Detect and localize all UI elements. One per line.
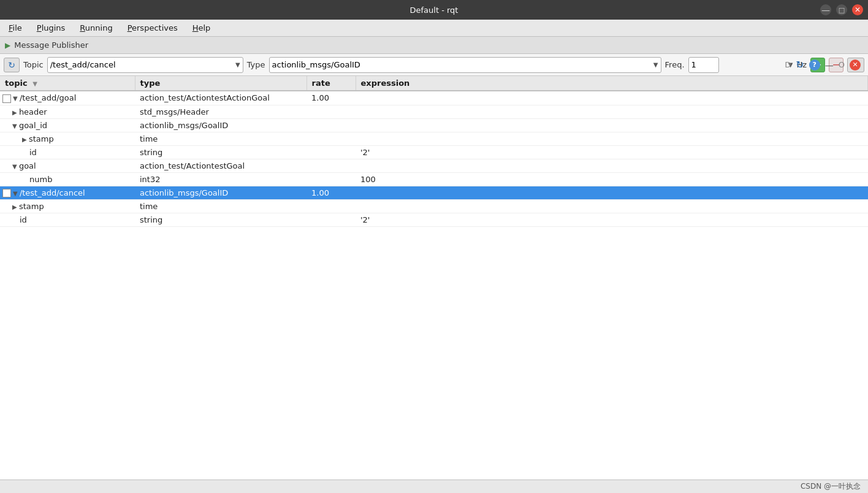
status-text: CSDN @一叶执念 — [801, 481, 861, 492]
table-row[interactable]: ▼ /test_add/cancelactionlib_msgs/GoalID1… — [0, 186, 868, 200]
topic-dropdown[interactable]: /test_add/cancel ▼ — [47, 57, 243, 73]
help-icon[interactable]: ? — [809, 59, 820, 71]
freq-input[interactable]: 1 — [688, 57, 719, 73]
freq-label: Freq. — [665, 60, 685, 69]
plugin-bar: ▶ Message Publisher — [0, 37, 868, 54]
cell-topic: ▼ /test_add/cancel — [0, 186, 135, 200]
cell-type: time — [135, 132, 306, 145]
cell-expression[interactable]: 100 — [356, 172, 868, 186]
menu-help[interactable]: Help — [186, 21, 217, 34]
table-row[interactable]: ▶ stamptime — [0, 132, 868, 145]
cell-rate: 1.00 — [306, 91, 356, 105]
menu-file[interactable]: File — [2, 21, 28, 34]
cell-expression[interactable] — [356, 118, 868, 132]
cell-expression[interactable]: '2' — [356, 213, 868, 227]
expand-arrow[interactable]: ▼ — [12, 123, 19, 129]
cell-rate: 1.00 — [306, 186, 356, 200]
col-type[interactable]: type — [135, 76, 306, 91]
cell-topic: ▼ goal — [0, 159, 135, 172]
table-row[interactable]: ▶ stamptime — [0, 200, 868, 213]
refresh-button[interactable]: ↻ — [4, 58, 20, 72]
cell-expression[interactable] — [356, 186, 868, 200]
window-title: Default - rqt — [410, 6, 459, 15]
cell-topic: numb — [0, 172, 135, 186]
cell-expression[interactable] — [356, 200, 868, 213]
table-body: ▼ /test_add/goalaction_test/ActiontestAc… — [0, 91, 868, 227]
expand-arrow[interactable]: ▶ — [12, 109, 19, 116]
expand-arrow[interactable]: ▶ — [12, 204, 19, 210]
window-controls: — □ ✕ — [820, 4, 863, 15]
expand-arrow[interactable]: ▼ — [13, 95, 20, 102]
cell-topic: ▶ stamp — [0, 200, 135, 213]
table-row[interactable]: ▼ /test_add/goalaction_test/ActiontestAc… — [0, 91, 868, 105]
cell-type: string — [135, 145, 306, 159]
type-value: actionlib_msgs/GoalID — [272, 60, 360, 69]
cell-type: time — [135, 200, 306, 213]
menubar: File Plugins Running Perspectives Help — [0, 20, 868, 37]
cell-expression[interactable] — [356, 91, 868, 105]
row-checkbox[interactable] — [2, 94, 11, 103]
topics-table: topic ▼ type rate expression ▼ /test_ — [0, 76, 868, 227]
cell-type: actionlib_msgs/GoalID — [135, 186, 306, 200]
table-row[interactable]: numbint32100 — [0, 172, 868, 186]
close-red-icon[interactable]: ✕ — [850, 59, 861, 71]
cell-type: actionlib_msgs/GoalID — [135, 118, 306, 132]
o-icon[interactable]: O — [839, 60, 845, 69]
cell-rate — [306, 132, 356, 145]
cell-type: action_test/ActiontestGoal — [135, 159, 306, 172]
cell-topic: ▼ /test_add/goal — [0, 91, 135, 105]
topic-name: stamp — [19, 202, 44, 211]
col-rate[interactable]: rate — [306, 76, 356, 91]
col-topic[interactable]: topic ▼ — [0, 76, 135, 91]
table-row[interactable]: ▼ goal_idactionlib_msgs/GoalID — [0, 118, 868, 132]
cell-expression[interactable] — [356, 159, 868, 172]
menu-perspectives[interactable]: Perspectives — [121, 21, 184, 34]
d-icon[interactable]: D — [785, 60, 791, 69]
cell-rate — [306, 118, 356, 132]
cell-rate — [306, 172, 356, 186]
topic-sort-arrow: ▼ — [32, 80, 37, 87]
topic-name: numb — [29, 175, 52, 184]
topic-label: Topic — [23, 60, 44, 69]
close-button[interactable]: ✕ — [852, 4, 863, 15]
plugin-expand-arrow[interactable]: ▶ — [5, 41, 10, 50]
maximize-button[interactable]: □ — [836, 4, 847, 15]
cell-expression[interactable] — [356, 105, 868, 118]
table-row[interactable]: ▶ headerstd_msgs/Header — [0, 105, 868, 118]
cell-expression[interactable] — [356, 132, 868, 145]
cell-expression[interactable]: '2' — [356, 145, 868, 159]
cell-topic: id — [0, 213, 135, 227]
topic-name: goal — [19, 161, 36, 170]
topic-name: id — [29, 148, 37, 157]
topic-value: /test_add/cancel — [50, 60, 116, 69]
message-table: topic ▼ type rate expression ▼ /test_ — [0, 76, 868, 480]
table-row[interactable]: ▼ goalaction_test/ActiontestGoal — [0, 159, 868, 172]
row-checkbox[interactable] — [2, 189, 11, 197]
table-row[interactable]: idstring'2' — [0, 213, 868, 227]
type-dropdown[interactable]: actionlib_msgs/GoalID ▼ — [269, 57, 661, 73]
cell-topic: id — [0, 145, 135, 159]
topic-dropdown-arrow: ▼ — [235, 61, 240, 68]
expand-arrow[interactable]: ▼ — [12, 163, 19, 170]
refresh-blue-icon[interactable]: ↻ — [796, 59, 804, 71]
cell-type: action_test/ActiontestActionGoal — [135, 91, 306, 105]
cell-topic: ▶ header — [0, 105, 135, 118]
toolbar: ↻ Topic /test_add/cancel ▼ Type actionli… — [0, 54, 868, 76]
topic-name: stamp — [29, 134, 54, 143]
cell-type: string — [135, 213, 306, 227]
cell-type: int32 — [135, 172, 306, 186]
table-row[interactable]: idstring'2' — [0, 145, 868, 159]
expand-arrow[interactable]: ▼ — [13, 190, 20, 197]
topic-name: goal_id — [19, 121, 47, 130]
cell-rate — [306, 145, 356, 159]
cell-rate — [306, 200, 356, 213]
menu-running[interactable]: Running — [74, 21, 118, 34]
statusbar: CSDN @一叶执念 — [0, 480, 868, 493]
dash-icon[interactable]: — — [825, 60, 834, 70]
expand-arrow[interactable]: ▶ — [22, 136, 29, 143]
titlebar: Default - rqt — □ ✕ — [0, 0, 868, 20]
table-header: topic ▼ type rate expression — [0, 76, 868, 91]
col-expression[interactable]: expression — [356, 76, 868, 91]
minimize-button[interactable]: — — [820, 4, 831, 15]
menu-plugins[interactable]: Plugins — [31, 21, 72, 34]
